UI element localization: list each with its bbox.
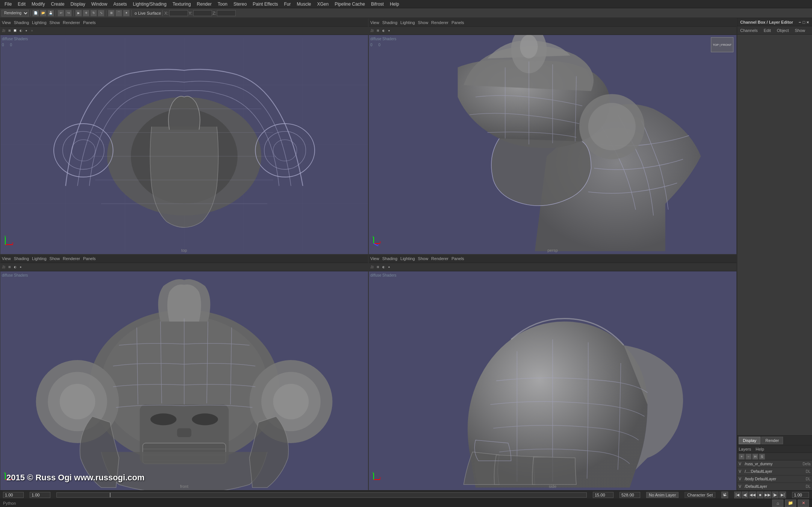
redo-btn[interactable]: ↪ — [65, 10, 72, 17]
menu-pipeline-cache[interactable]: Pipeline Cache — [332, 1, 368, 8]
vp-top-tb-6[interactable]: ○ — [29, 28, 35, 33]
vp-side-tb-2[interactable]: ⊞ — [375, 264, 380, 269]
layer-tab-display[interactable]: Display — [739, 437, 760, 444]
anim-layer-field[interactable]: No Anim Layer — [646, 492, 679, 498]
select-tool-btn[interactable]: ▶ — [75, 10, 82, 17]
layer-hide-btn[interactable]: H — [752, 454, 758, 460]
vp-front-view-menu[interactable]: View — [2, 256, 11, 261]
vp-front-renderer-menu[interactable]: Renderer — [63, 256, 80, 261]
menu-display[interactable]: Display — [67, 1, 88, 8]
layer-row-0[interactable]: V /russ_vr_dummy Defa — [737, 460, 812, 468]
undo-btn[interactable]: ↩ — [58, 10, 64, 17]
layer-del-btn[interactable]: − — [745, 454, 751, 460]
rotate-tool-btn[interactable]: ↻ — [90, 10, 97, 17]
z-coord-field[interactable] — [217, 10, 236, 16]
frame-start-field[interactable] — [3, 492, 24, 498]
move-tool-btn[interactable]: ✛ — [83, 10, 89, 17]
viewport-side-canvas[interactable] — [369, 271, 736, 490]
play-back-btn[interactable]: ◀◀ — [749, 492, 756, 498]
scale-tool-btn[interactable]: ⤡ — [98, 10, 105, 17]
go-start-btn[interactable]: |◀ — [734, 492, 741, 498]
viewport-front-canvas[interactable] — [0, 271, 368, 490]
cb-tab-show[interactable]: Show — [793, 27, 807, 33]
menu-window[interactable]: Window — [88, 1, 111, 8]
layer-tab-render[interactable]: Render — [761, 437, 783, 444]
vp-side-shading-menu[interactable]: Shading — [382, 256, 397, 261]
frame-end-field[interactable] — [30, 492, 50, 498]
vp-front-lighting-menu[interactable]: Lighting — [32, 256, 47, 261]
vp-top-panels-menu[interactable]: Panels — [83, 20, 96, 25]
menu-file[interactable]: File — [2, 1, 15, 8]
vp-top-tb-3[interactable]: 🔲 — [12, 28, 18, 33]
menu-paint-effects[interactable]: Paint Effects — [250, 1, 281, 8]
x-coord-field[interactable] — [169, 10, 188, 16]
save-scene-btn[interactable]: 💾 — [47, 10, 54, 17]
cb-tab-object[interactable]: Object — [775, 27, 790, 33]
rendering-mode-dropdown[interactable]: Rendering — [2, 10, 29, 17]
layer-solo-btn[interactable]: S — [759, 454, 765, 460]
vp-front-panels-menu[interactable]: Panels — [83, 256, 96, 261]
layer-row-2[interactable]: V /body DefaultLayer DL — [737, 475, 812, 483]
go-end-btn[interactable]: ▶| — [779, 492, 786, 498]
menu-help[interactable]: Help — [387, 1, 402, 8]
play-fwd-btn[interactable]: ▶▶ — [764, 492, 771, 498]
vp-front-tb-1[interactable]: 🎥 — [1, 264, 6, 269]
cb-tab-channels[interactable]: Channels — [739, 27, 759, 33]
vp-top-tb-2[interactable]: ⊞ — [7, 28, 12, 33]
maximize-channel-box-btn[interactable]: □ — [803, 20, 805, 24]
vp-top-show-menu[interactable]: Show — [50, 20, 60, 25]
menu-render[interactable]: Render — [194, 1, 215, 8]
step-back-btn[interactable]: ◀| — [742, 492, 748, 498]
open-scene-btn[interactable]: 📂 — [40, 10, 47, 17]
menu-stereo[interactable]: Stereo — [230, 1, 250, 8]
vp-persp-renderer-menu[interactable]: Renderer — [431, 20, 448, 25]
vp-side-lighting-menu[interactable]: Lighting — [400, 256, 415, 261]
vp-top-tb-5[interactable]: ● — [24, 28, 29, 33]
menu-assets[interactable]: Assets — [110, 1, 130, 8]
vp-persp-shading-menu[interactable]: Shading — [382, 20, 397, 25]
vp-top-view-menu[interactable]: View — [2, 20, 11, 25]
taskbar-folder-btn[interactable]: 📁 — [785, 499, 796, 507]
vp-persp-tb-1[interactable]: 🎥 — [370, 28, 375, 33]
menu-texturing[interactable]: Texturing — [170, 1, 194, 8]
vp-top-shading-menu[interactable]: Shading — [14, 20, 29, 25]
snap-curve-btn[interactable]: ⌒ — [115, 10, 122, 17]
vp-side-view-menu[interactable]: View — [370, 256, 379, 261]
layer-row-3[interactable]: V /DefaultLayer DL — [737, 483, 812, 490]
vp-top-renderer-menu[interactable]: Renderer — [63, 20, 80, 25]
taskbar-home-btn[interactable]: ⌂ — [772, 499, 783, 507]
vp-side-tb-1[interactable]: 🎥 — [370, 264, 375, 269]
menu-create[interactable]: Create — [48, 1, 67, 8]
vp-top-tb-4[interactable]: ◐ — [18, 28, 23, 33]
vp-persp-panels-menu[interactable]: Panels — [451, 20, 464, 25]
menu-toon[interactable]: Toon — [215, 1, 230, 8]
vp-side-show-menu[interactable]: Show — [418, 256, 429, 261]
new-scene-btn[interactable]: 📄 — [32, 10, 39, 17]
vp-side-renderer-menu[interactable]: Renderer — [431, 256, 448, 261]
vp-side-tb-4[interactable]: ● — [386, 264, 392, 269]
vp-side-panels-menu[interactable]: Panels — [451, 256, 464, 261]
timeline-bar[interactable] — [56, 492, 587, 498]
menu-fur[interactable]: Fur — [281, 1, 294, 8]
menu-xgen[interactable]: XGen — [314, 1, 332, 8]
vp-top-lighting-menu[interactable]: Lighting — [32, 20, 47, 25]
layer-row-1[interactable]: V /....:DefaultLayer DL — [737, 468, 812, 475]
vp-front-tb-3[interactable]: ◐ — [12, 264, 18, 269]
menu-muscle[interactable]: Muscle — [294, 1, 314, 8]
minimize-channel-box-btn[interactable]: − — [798, 20, 801, 24]
playback-btn-icon[interactable]: 📽 — [721, 492, 728, 498]
snap-grid-btn[interactable]: ⊞ — [108, 10, 115, 17]
menu-bifrost[interactable]: Bifrost — [368, 1, 387, 8]
taskbar-close-btn[interactable]: ✕ — [798, 499, 809, 507]
vp-side-tb-3[interactable]: ◐ — [381, 264, 386, 269]
vp-front-shading-menu[interactable]: Shading — [14, 256, 29, 261]
total-frames-field[interactable] — [620, 492, 640, 498]
menu-modify[interactable]: Modify — [29, 1, 48, 8]
layer-new-btn[interactable]: + — [739, 454, 745, 460]
vp-front-tb-2[interactable]: ⊞ — [7, 264, 12, 269]
layer-submenu-help[interactable]: Help — [756, 447, 764, 451]
vp-persp-tb-4[interactable]: ● — [386, 28, 392, 33]
vp-persp-lighting-menu[interactable]: Lighting — [400, 20, 415, 25]
vp-persp-tb-3[interactable]: ◐ — [381, 28, 386, 33]
y-coord-field[interactable] — [193, 10, 212, 16]
